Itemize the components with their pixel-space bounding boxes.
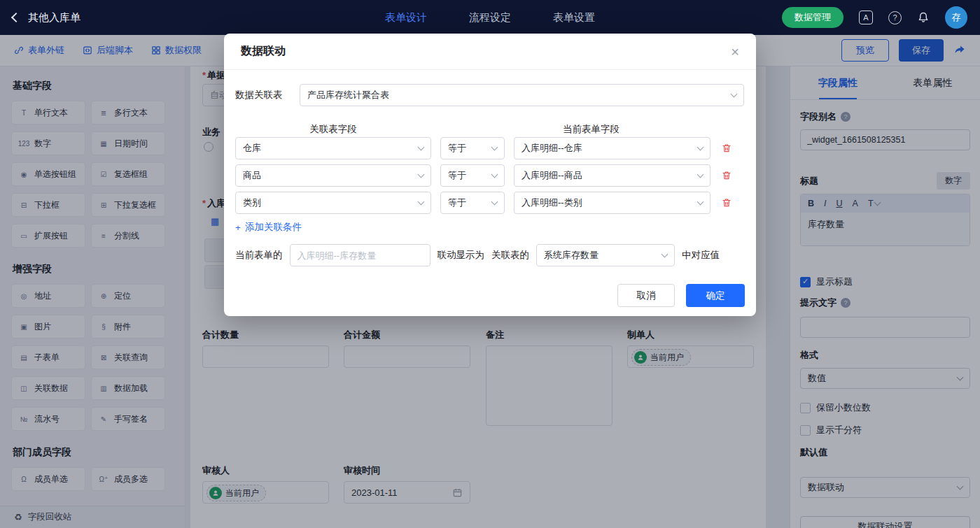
topbar: 其他入库单 表单设计 流程设定 表单设置 数据管理 A ? 存 (0, 0, 980, 35)
relation-table-label: 数据关联表 (235, 89, 300, 101)
condition-row: 类别 等于 入库明细--类别 (235, 192, 734, 214)
delete-condition-button[interactable] (720, 196, 734, 210)
condition-operator-select[interactable]: 等于 (440, 137, 505, 159)
display-as-label: 联动显示为 (438, 249, 485, 262)
notification-bell-icon[interactable] (917, 11, 930, 24)
app-screen: 其他入库单 表单设计 流程设定 表单设置 数据管理 A ? 存 表单外链 后端脚… (0, 0, 980, 528)
condition-form-field-select[interactable]: 入库明细--类别 (514, 192, 710, 214)
linkage-target-row: 当前表单的 联动显示为 关联表的 系统库存数量 中对应值 (235, 244, 720, 266)
cancel-button[interactable]: 取消 (617, 284, 675, 307)
user-avatar[interactable]: 存 (945, 6, 967, 29)
relation-table-row: 数据关联表 产品库存统计聚合表 (235, 84, 744, 106)
target-field-input[interactable] (290, 244, 430, 266)
trash-icon (721, 170, 732, 181)
plus-icon: + (235, 222, 241, 233)
close-icon[interactable]: × (731, 45, 739, 59)
confirm-button[interactable]: 确定 (686, 284, 745, 307)
chevron-down-icon (418, 199, 425, 206)
chevron-down-icon (491, 144, 498, 151)
chevron-down-icon (697, 171, 704, 178)
translate-icon[interactable]: A (859, 10, 873, 24)
column-header-form-field: 当前表单字段 (493, 123, 690, 136)
corresponding-value-label: 中对应值 (682, 249, 720, 262)
condition-operator-select[interactable]: 等于 (440, 164, 505, 187)
chevron-down-icon (731, 91, 738, 98)
delete-condition-button[interactable] (720, 141, 734, 155)
topbar-tabs: 表单设计 流程设定 表单设置 (385, 0, 595, 35)
tab-flow-setting[interactable]: 流程设定 (469, 11, 511, 24)
trash-icon (721, 197, 732, 208)
condition-left-select[interactable]: 仓库 (235, 137, 431, 159)
chevron-down-icon (662, 251, 668, 258)
related-table-label: 关联表的 (491, 249, 529, 262)
condition-form-field-select[interactable]: 入库明细--商品 (514, 164, 710, 187)
chevron-down-icon (697, 144, 704, 151)
data-manage-button[interactable]: 数据管理 (782, 7, 844, 28)
help-icon[interactable]: ? (888, 11, 902, 24)
condition-operator-select[interactable]: 等于 (440, 192, 505, 214)
delete-condition-button[interactable] (720, 169, 734, 183)
tab-form-design[interactable]: 表单设计 (385, 11, 427, 24)
add-condition-link[interactable]: + 添加关联条件 (235, 221, 302, 234)
chevron-down-icon (697, 199, 704, 206)
condition-row: 仓库 等于 入库明细--仓库 (235, 137, 734, 159)
condition-form-field-select[interactable]: 入库明细--仓库 (514, 137, 710, 159)
data-linkage-modal: 数据联动 × 数据关联表 产品库存统计聚合表 关联表字段 当前表单字段 仓库 等… (224, 34, 756, 316)
trash-icon (721, 143, 732, 154)
modal-footer: 取消 确定 (617, 284, 745, 307)
condition-left-select[interactable]: 类别 (235, 192, 431, 214)
modal-header: 数据联动 × (224, 34, 756, 70)
condition-row: 商品 等于 入库明细--商品 (235, 164, 734, 187)
source-field-select[interactable]: 系统库存数量 (536, 244, 675, 266)
chevron-down-icon (418, 171, 425, 178)
topbar-actions: 数据管理 A ? 存 (782, 6, 967, 29)
form-title: 其他入库单 (28, 11, 80, 24)
chevron-down-icon (491, 171, 498, 178)
modal-title: 数据联动 (241, 44, 286, 59)
condition-left-select[interactable]: 商品 (235, 164, 431, 187)
chevron-down-icon (491, 199, 498, 206)
chevron-down-icon (418, 144, 425, 151)
relation-table-select[interactable]: 产品库存统计聚合表 (300, 84, 744, 106)
column-header-related-field: 关联表字段 (235, 123, 431, 136)
tab-form-setting[interactable]: 表单设置 (553, 11, 595, 24)
back-chevron-icon[interactable] (11, 13, 21, 22)
current-form-label: 当前表单的 (235, 249, 283, 262)
